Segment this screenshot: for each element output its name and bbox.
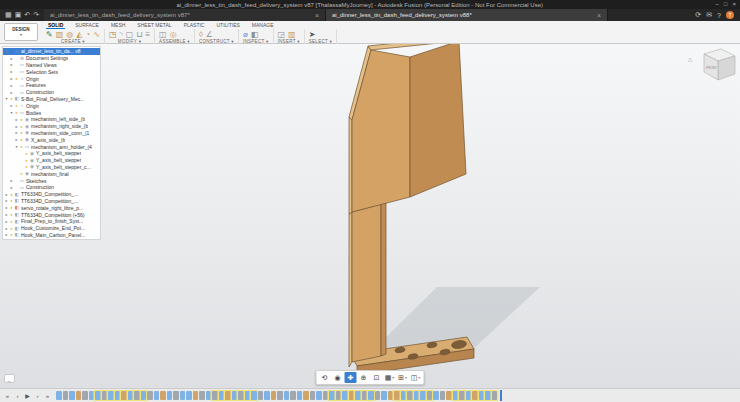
timeline-feature-marker[interactable]: [485, 391, 491, 400]
browser-item[interactable]: ▸●◧TT6334D_Competition (+56): [3, 211, 100, 218]
timeline-feature-marker[interactable]: [407, 391, 413, 400]
model-column-front-face[interactable]: [352, 204, 381, 362]
timeline-feature-marker[interactable]: [284, 391, 290, 400]
timeline-feature-marker[interactable]: [342, 391, 348, 400]
timeline-feature-marker[interactable]: [128, 391, 134, 400]
browser-item[interactable]: ▸▭Construction: [3, 89, 100, 96]
decal-icon[interactable]: ▥: [288, 30, 296, 39]
help-icon[interactable]: ?: [717, 12, 721, 19]
browser-item[interactable]: ▸●⌖Origin: [3, 102, 100, 109]
timeline-feature-marker[interactable]: [173, 391, 179, 400]
ribbon-tab-sheet-metal[interactable]: SHEET METAL: [135, 22, 173, 29]
ribbon-tab-surface[interactable]: SURFACE: [73, 22, 101, 29]
browser-item[interactable]: ●◉Y_axis_belt_stepper: [3, 150, 100, 157]
timeline-feature-marker[interactable]: [362, 391, 368, 400]
save-icon[interactable]: ▣: [15, 9, 22, 21]
viewcube[interactable]: ⌂ FRONT: [688, 49, 735, 80]
timeline-feature-marker[interactable]: [199, 391, 205, 400]
browser-item[interactable]: ▸⚙Document Settings: [3, 55, 100, 62]
timeline-feature-marker[interactable]: [251, 391, 257, 400]
joint-icon[interactable]: ◎: [170, 30, 177, 39]
timeline-feature-marker[interactable]: [63, 391, 69, 400]
timeline-feature-marker[interactable]: [232, 391, 238, 400]
model-column-left-edge[interactable]: [349, 212, 352, 367]
timeline-feature-marker[interactable]: [453, 391, 459, 400]
timeline-feature-marker[interactable]: [492, 391, 498, 400]
timeline-feature-marker[interactable]: [329, 391, 335, 400]
timeline-feature-marker[interactable]: [56, 391, 62, 400]
tree-expand-icon[interactable]: ▸: [9, 56, 14, 61]
workspace-selector[interactable]: DESIGN ▾: [4, 23, 38, 41]
avatar[interactable]: T: [726, 11, 734, 19]
new-sketch-icon[interactable]: ✎: [46, 30, 53, 39]
timeline-feature-marker[interactable]: [121, 391, 127, 400]
document-tab[interactable]: ai_dinner_less_tin_dash_feed_delivery_sy…: [44, 9, 326, 21]
browser-item[interactable]: ▸●◉mechanism_right_side_(b: [3, 123, 100, 130]
timeline-feature-marker[interactable]: [193, 391, 199, 400]
3d-canvas[interactable]: ⌂ FRONT: [0, 44, 740, 388]
timeline-feature-marker[interactable]: [388, 391, 394, 400]
timeline-feature-marker[interactable]: [212, 391, 218, 400]
redo-icon[interactable]: ↷: [33, 9, 39, 21]
go-to-start-button[interactable]: «: [3, 391, 12, 401]
timeline-feature-marker[interactable]: [414, 391, 420, 400]
browser-item[interactable]: ●◉Y_axis_belt_stepper_c...: [3, 164, 100, 171]
timeline-feature-marker[interactable]: [69, 391, 75, 400]
timeline-feature-marker[interactable]: [206, 391, 212, 400]
job-status-icon[interactable]: ⟳: [695, 11, 701, 19]
timeline-feature-marker[interactable]: [459, 391, 465, 400]
timeline-feature-marker[interactable]: [433, 391, 439, 400]
timeline-feature-marker[interactable]: [147, 391, 153, 400]
ribbon-tab-solid[interactable]: SOLID: [46, 22, 65, 29]
timeline-feature-marker[interactable]: [277, 391, 283, 400]
timeline-feature-marker[interactable]: [420, 391, 426, 400]
undo-icon[interactable]: ↶: [24, 9, 30, 21]
timeline-feature-marker[interactable]: [108, 391, 114, 400]
browser-item[interactable]: ▾●◧S-Bot_Final_Delivery_Mec...: [3, 96, 100, 103]
timeline-feature-marker[interactable]: [89, 391, 95, 400]
browser-item[interactable]: ▸●◧servo_rotate_right_libre_p...: [3, 204, 100, 211]
tree-expand-icon[interactable]: ▸: [9, 62, 14, 67]
timeline-feature-marker[interactable]: [446, 391, 452, 400]
timeline-feature-marker[interactable]: [323, 391, 329, 400]
display-settings-button[interactable]: ▦▾: [384, 372, 396, 383]
timeline-feature-marker[interactable]: [440, 391, 446, 400]
box-icon[interactable]: ▧: [56, 30, 64, 39]
browser-item[interactable]: ●◉Y_axis_belt_stepper: [3, 157, 100, 164]
timeline-feature-marker[interactable]: [82, 391, 88, 400]
timeline-feature-marker[interactable]: [349, 391, 355, 400]
browser-item[interactable]: ▾●▭mechanism_arm_holder_(4: [3, 143, 100, 150]
timeline-feature-marker[interactable]: [167, 391, 173, 400]
minimize-button[interactable]: –: [716, 0, 719, 9]
timeline-feature-marker[interactable]: [154, 391, 160, 400]
tree-expand-icon[interactable]: ▸: [9, 178, 14, 183]
tree-expand-icon[interactable]: ▾: [4, 49, 9, 54]
browser-item[interactable]: ▸▭Selection Sets: [3, 68, 100, 75]
tree-expand-icon[interactable]: ▸: [9, 185, 14, 190]
timeline-feature-marker[interactable]: [134, 391, 140, 400]
timeline-feature-marker[interactable]: [375, 391, 381, 400]
timeline-feature-marker[interactable]: [271, 391, 277, 400]
timeline-feature-marker[interactable]: [180, 391, 186, 400]
browser-item[interactable]: ●◉mechanism_final: [3, 170, 100, 177]
browser-item[interactable]: ▸●◉mechanism_left_side_(b: [3, 116, 100, 123]
timeline-feature-marker[interactable]: [186, 391, 192, 400]
ribbon-tab-utilities[interactable]: UTILITIES: [214, 22, 241, 29]
timeline-feature-marker[interactable]: [264, 391, 270, 400]
grid-and-snaps-button[interactable]: ⊞▾: [397, 372, 409, 383]
browser-item[interactable]: ▸▭Features: [3, 82, 100, 89]
timeline-feature-marker[interactable]: [76, 391, 82, 400]
shell-icon[interactable]: ▢: [126, 30, 134, 39]
browser-item[interactable]: ▸●◧TT6334D_Competition_...: [3, 198, 100, 205]
combine-icon[interactable]: ⊔: [136, 30, 142, 39]
fillet-icon[interactable]: ◝: [120, 30, 123, 39]
insert-mesh-icon[interactable]: ◲: [278, 30, 286, 39]
revolve-icon[interactable]: ◔: [85, 30, 90, 39]
pan-button[interactable]: ✚: [345, 372, 357, 383]
browser-item[interactable]: ▸●◉X_axis_side_(b: [3, 136, 100, 143]
axis-icon[interactable]: ∠: [206, 30, 213, 39]
sweep-icon[interactable]: ∿: [93, 30, 100, 39]
browser-item[interactable]: ▸●◧Hook_Main_Carbon_Panel...: [3, 232, 100, 239]
notifications-icon[interactable]: ✉: [706, 11, 712, 19]
press-pull-icon[interactable]: ◳: [109, 30, 117, 39]
